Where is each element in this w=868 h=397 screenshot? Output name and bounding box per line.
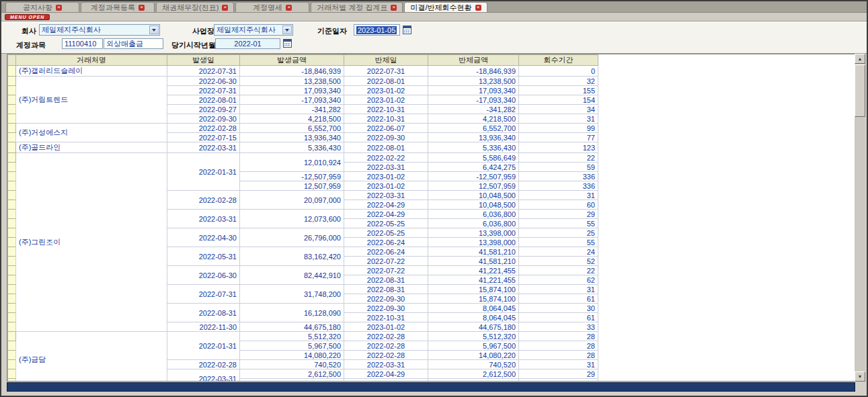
cell-sdate[interactable]: 2022-09-30 <box>344 294 428 304</box>
tab-close-icon[interactable] <box>222 5 228 11</box>
cell-sdate[interactable]: 2022-05-25 <box>344 219 428 228</box>
tab-receivable-ledger[interactable]: 채권채무장(전표) <box>156 2 234 12</box>
tab-close-icon[interactable] <box>139 5 145 11</box>
tab-close-icon[interactable] <box>475 5 481 11</box>
cell-cust[interactable]: (주)거성에스지 <box>16 124 167 142</box>
cell-amt[interactable]: -18,846,939 <box>240 66 344 77</box>
cell-per[interactable]: 55 <box>519 219 598 228</box>
scroll-down-icon[interactable] <box>855 371 865 382</box>
cell-samt[interactable]: -17,093,340 <box>428 95 519 105</box>
cell-samt[interactable]: 8,064,045 <box>428 304 519 313</box>
cell-samt[interactable]: 5,967,500 <box>428 341 519 351</box>
cell-amt[interactable]: -341,282 <box>240 105 344 114</box>
cell-sdate[interactable]: 2022-10-31 <box>344 114 428 124</box>
cell-amt[interactable]: 5,967,500 <box>240 341 344 351</box>
cell-samt[interactable]: 4,218,500 <box>428 114 519 124</box>
tab-close-icon[interactable] <box>286 5 292 11</box>
cell-samt[interactable]: 13,238,500 <box>428 77 519 86</box>
cell-date[interactable]: 2022-03-31 <box>167 369 240 382</box>
cell-amt[interactable]: 31,748,200 <box>240 285 344 304</box>
cell-samt[interactable]: 2,612,500 <box>428 369 519 379</box>
cell-sdate[interactable]: 2022-10-31 <box>344 313 428 322</box>
cell-samt[interactable]: 10,048,500 <box>428 200 519 210</box>
chevron-down-icon[interactable] <box>282 26 292 34</box>
row-header-cell[interactable] <box>8 341 16 351</box>
row-header-cell[interactable] <box>8 86 16 95</box>
cell-amt[interactable]: 13,238,500 <box>240 77 344 86</box>
row-header-cell[interactable] <box>8 360 16 369</box>
cell-sdate[interactable]: 2022-02-22 <box>344 153 428 163</box>
cell-per[interactable]: 33 <box>519 322 598 332</box>
cell-samt[interactable]: -18,846,939 <box>428 66 519 77</box>
cell-samt[interactable]: -12,507,959 <box>428 172 519 181</box>
cell-per[interactable]: 25 <box>519 228 598 238</box>
cell-sdate[interactable]: 2022-03-31 <box>344 360 428 369</box>
cell-amt[interactable]: 12,507,959 <box>240 181 344 191</box>
cell-samt[interactable]: 6,036,800 <box>428 219 519 228</box>
row-header-cell[interactable] <box>8 304 16 313</box>
cell-per[interactable]: 30 <box>519 304 598 313</box>
cell-sdate[interactable]: 2022-07-22 <box>344 257 428 266</box>
cell-amt[interactable]: 26,796,000 <box>240 228 344 247</box>
cell-samt[interactable]: 5,336,430 <box>428 142 519 153</box>
cell-sdate[interactable]: 2022-04-29 <box>344 210 428 219</box>
row-header-cell[interactable] <box>8 285 16 294</box>
cell-per[interactable]: 62 <box>519 275 598 285</box>
cell-sdate[interactable]: 2022-06-07 <box>344 124 428 133</box>
cell-date[interactable]: 2022-09-27 <box>167 105 240 114</box>
cell-samt[interactable]: 6,654,450 <box>428 379 519 382</box>
cell-per[interactable]: 154 <box>519 95 598 105</box>
row-header-cell[interactable] <box>8 163 16 172</box>
col-header-occur-amount[interactable]: 발생금액 <box>240 55 344 66</box>
cell-per[interactable]: 52 <box>519 257 598 266</box>
row-header-cell[interactable] <box>8 153 16 163</box>
chevron-down-icon[interactable] <box>149 26 159 34</box>
cell-sdate[interactable]: 2022-10-31 <box>344 105 428 114</box>
cell-date[interactable]: 2022-05-31 <box>167 247 240 266</box>
cell-per[interactable]: 60 <box>519 200 598 210</box>
col-header-settle-amount[interactable]: 반제금액 <box>428 55 519 66</box>
col-header-customer[interactable]: 거래처명 <box>16 55 167 66</box>
cell-date[interactable]: 2022-02-28 <box>167 124 240 133</box>
cell-amt[interactable]: 5,336,430 <box>240 142 344 153</box>
cell-date[interactable]: 2022-06-30 <box>167 266 240 285</box>
row-header-cell[interactable] <box>8 95 16 105</box>
cell-samt[interactable]: 6,424,275 <box>428 163 519 172</box>
vertical-scrollbar[interactable] <box>855 54 865 382</box>
cell-per[interactable]: 99 <box>519 124 598 133</box>
cell-amt[interactable]: -17,093,340 <box>240 95 344 105</box>
cell-date[interactable]: 2022-08-31 <box>167 304 240 322</box>
cell-sdate[interactable]: 2022-04-29 <box>344 379 428 382</box>
tab-close-icon[interactable] <box>56 5 62 11</box>
col-header-occur-date[interactable]: 발생일 <box>167 55 240 66</box>
cell-per[interactable]: 32 <box>519 77 598 86</box>
cell-sdate[interactable]: 2023-01-02 <box>344 172 428 181</box>
cell-date[interactable]: 2022-02-28 <box>167 191 240 210</box>
account-name-input[interactable]: 외상매출금 <box>104 38 163 49</box>
cell-amt[interactable]: 12,073,600 <box>240 210 344 228</box>
cell-cust[interactable]: (주)그린조이 <box>16 153 167 332</box>
row-header-cell[interactable] <box>8 247 16 257</box>
cell-per[interactable]: 29 <box>519 210 598 219</box>
row-header-cell[interactable] <box>8 181 16 191</box>
row-header-cell[interactable] <box>8 66 16 77</box>
cell-per[interactable]: 28 <box>519 351 598 360</box>
cell-cust[interactable]: (주)골드라인 <box>16 142 167 153</box>
cell-samt[interactable]: 17,093,340 <box>428 86 519 95</box>
scroll-up-icon[interactable] <box>855 54 865 64</box>
cell-samt[interactable]: 41,581,210 <box>428 257 519 266</box>
cell-date[interactable]: 2022-07-31 <box>167 66 240 77</box>
cell-per[interactable]: 24 <box>519 247 598 257</box>
cell-amt[interactable]: 740,520 <box>240 360 344 369</box>
row-header-cell[interactable] <box>8 219 16 228</box>
cell-sdate[interactable]: 2022-06-24 <box>344 238 428 247</box>
cell-amt[interactable]: 12,010,924 <box>240 153 344 172</box>
cell-sdate[interactable]: 2022-07-31 <box>344 66 428 77</box>
account-code-input[interactable]: 11100410 <box>62 38 103 49</box>
col-header-collect-period[interactable]: 회수기간 <box>519 55 598 66</box>
cell-samt[interactable]: 15,874,100 <box>428 294 519 304</box>
cell-date[interactable]: 2022-07-31 <box>167 86 240 95</box>
row-header-cell[interactable] <box>8 266 16 275</box>
cell-sdate[interactable]: 2022-08-01 <box>344 77 428 86</box>
cell-sdate[interactable]: 2023-01-02 <box>344 95 428 105</box>
